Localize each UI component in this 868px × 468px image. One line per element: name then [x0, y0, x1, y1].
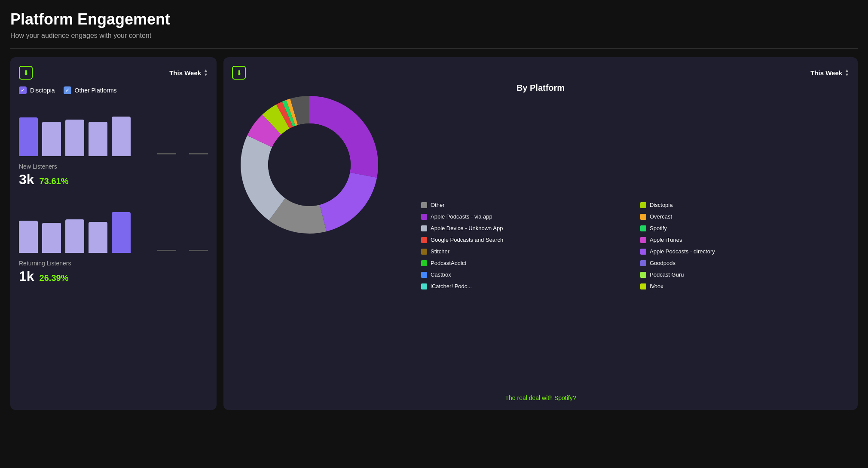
legend-color [421, 260, 427, 266]
bar-dash-1 [157, 153, 176, 154]
week-selector-right[interactable]: This Week ▲▼ [810, 68, 849, 77]
panels-row: ⬇ This Week ▲▼ ✓ Disctopia ✓ Other Platf… [10, 57, 858, 410]
chart-area: OtherDisctopiaApple Podcasts - via appOv… [232, 86, 849, 396]
right-panel-header: ⬇ This Week ▲▼ [232, 66, 849, 80]
legend-platform-item: Disctopia [640, 202, 849, 208]
legend-platform-item: Spotify [640, 225, 849, 231]
returning-listeners-section: Returning Listeners 1k 26.39% [19, 201, 208, 284]
legend-color [421, 214, 427, 220]
legend-platform-item: Overcast [640, 213, 849, 220]
legend-color [421, 237, 427, 243]
chart-title: By Platform [517, 83, 565, 93]
bar-3 [65, 120, 84, 156]
legend-color [421, 225, 427, 231]
bar-dash-2 [189, 153, 208, 154]
right-panel: ⬇ This Week ▲▼ By Platform [223, 57, 858, 410]
left-panel-header-left: ⬇ [19, 66, 33, 80]
legend-label: Goodpods [650, 260, 675, 266]
new-listeners-label: New Listeners [19, 163, 208, 170]
new-listeners-section: New Listeners 3k 73.61% [19, 105, 208, 188]
page-subtitle: How your audience engages with your cont… [10, 32, 858, 40]
legend-color [421, 283, 427, 289]
week-arrows-left: ▲▼ [204, 68, 208, 77]
legend-disctopia: ✓ Disctopia [19, 86, 55, 94]
legend-platform-item: Apple Podcasts - directory [640, 248, 849, 255]
legend-color [421, 272, 427, 278]
new-listeners-metric: 3k 73.61% [19, 172, 208, 188]
legend-color [640, 202, 646, 208]
ret-bar-5 [112, 212, 131, 253]
legend-platform-item: iVoox [640, 283, 849, 289]
ret-bar-4 [89, 222, 107, 253]
legend-label: Apple iTunes [650, 237, 682, 243]
ret-bar-dash-2 [189, 250, 208, 251]
legend-platform-item: Stitcher [421, 248, 630, 255]
legend-platform-item: Apple Podcasts - via app [421, 213, 630, 220]
legend-color [421, 249, 427, 255]
legend-label: Google Podcasts and Search [431, 237, 503, 243]
legend-color [640, 272, 646, 278]
ret-bar-3 [65, 219, 84, 253]
ret-bar-dash-1 [157, 250, 176, 251]
returning-listeners-label: Returning Listeners [19, 260, 208, 267]
week-selector-left[interactable]: This Week ▲▼ [169, 68, 208, 77]
legend-platform-item: Other [421, 202, 630, 208]
bottom-link[interactable]: The real deal with Spotify? [505, 394, 576, 401]
platform-legend: OtherDisctopiaApple Podcasts - via appOv… [413, 202, 849, 289]
legend-other-platforms: ✓ Other Platforms [64, 86, 117, 94]
legend-platform-item: Podcast Guru [640, 271, 849, 278]
bar-1 [19, 117, 38, 156]
download-icon-right[interactable]: ⬇ [232, 66, 246, 80]
bar-4 [89, 122, 107, 156]
ret-bar-2 [42, 223, 61, 253]
legend-label: Apple Podcasts - via app [431, 213, 492, 220]
legend-label: Castbox [431, 271, 451, 278]
legend-label: Apple Device - Unknown App [431, 225, 503, 231]
legend-platform-item: PodcastAddict [421, 260, 630, 266]
legend-label: Other [431, 202, 445, 208]
svg-point-1 [268, 123, 351, 206]
legend-label: Disctopia [650, 202, 672, 208]
legend-platform-item: iCatcher! Podc... [421, 283, 630, 289]
legend-color [640, 237, 646, 243]
legend-color [640, 225, 646, 231]
legend-platform-item: Apple iTunes [640, 237, 849, 243]
new-listeners-value: 3k [19, 172, 34, 188]
legend-label: Apple Podcasts - directory [650, 248, 715, 255]
legend-label: iVoox [650, 283, 663, 289]
legend-platform-item: Apple Device - Unknown App [421, 225, 630, 231]
returning-listeners-metric: 1k 26.39% [19, 268, 208, 284]
legend-other-platforms-label: Other Platforms [75, 87, 117, 94]
legend-color [640, 214, 646, 220]
bar-5 [112, 117, 131, 156]
checkbox-disctopia: ✓ [19, 86, 27, 94]
returning-listeners-value: 1k [19, 268, 34, 284]
legend-disctopia-label: Disctopia [30, 87, 55, 94]
legend-label: Podcast Guru [650, 271, 684, 278]
page-title: Platform Engagement [10, 10, 858, 28]
new-listeners-percent: 73.61% [40, 176, 69, 186]
legend-label: PodcastAddict [431, 260, 466, 266]
returning-listeners-bars [19, 201, 208, 253]
legend-label: iCatcher! Podc... [431, 283, 472, 289]
legend-row: ✓ Disctopia ✓ Other Platforms [19, 86, 208, 94]
left-panel: ⬇ This Week ▲▼ ✓ Disctopia ✓ Other Platf… [10, 57, 217, 410]
week-label-left: This Week [169, 69, 201, 77]
legend-label: Stitcher [431, 248, 449, 255]
legend-platform-item: Castbox [421, 271, 630, 278]
new-listeners-bars [19, 105, 208, 156]
bar-2 [42, 122, 61, 156]
legend-platform-item: Google Podcasts and Search [421, 237, 630, 243]
donut-chart-computed [223, 79, 395, 251]
download-icon[interactable]: ⬇ [19, 66, 33, 80]
left-panel-header: ⬇ This Week ▲▼ [19, 66, 208, 80]
legend-label: Overcast [650, 213, 672, 220]
legend-color [421, 202, 427, 208]
ret-bar-1 [19, 221, 38, 253]
legend-color [640, 249, 646, 255]
returning-listeners-percent: 26.39% [40, 273, 69, 283]
legend-platform-item: Goodpods [640, 260, 849, 266]
title-divider [10, 48, 858, 49]
week-label-right: This Week [810, 69, 842, 77]
legend-color [640, 283, 646, 289]
